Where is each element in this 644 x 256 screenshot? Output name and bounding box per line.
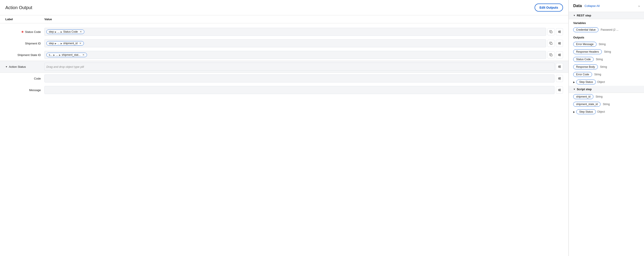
svg-point-30 bbox=[560, 77, 560, 78]
action-status-drag-input[interactable]: Drag and drop object type pill bbox=[44, 63, 554, 71]
script-shipment-id-pill[interactable]: shipment_id bbox=[573, 94, 594, 99]
error-code-type: String bbox=[594, 73, 601, 76]
pill-arrow1: ▶ bbox=[53, 54, 55, 56]
message-row: Message bbox=[0, 84, 568, 96]
code-label: Code bbox=[5, 77, 41, 80]
shipment-id-copy-button[interactable] bbox=[548, 40, 554, 47]
shipment-id-pill-input[interactable]: step ▶ ... ▶ shipment_id ✕ bbox=[44, 39, 546, 47]
response-headers-type: String bbox=[604, 50, 611, 53]
shipment-id-pill[interactable]: step ▶ ... ▶ shipment_id ✕ bbox=[46, 41, 84, 46]
rest-step-status-pill[interactable]: Step Status bbox=[576, 80, 596, 84]
pill-middle: ... bbox=[56, 53, 58, 57]
action-status-picker-button[interactable] bbox=[556, 63, 563, 70]
credential-value-pill[interactable]: Credential Value bbox=[573, 27, 598, 32]
status-code-pill[interactable]: step ▶ ... ▶ Status Code ✕ bbox=[46, 30, 84, 34]
status-code-label: ✱ Status Code bbox=[5, 30, 41, 34]
script-step-status-pill[interactable]: Step Status bbox=[576, 109, 596, 114]
sidebar-expand-icon[interactable]: › bbox=[638, 4, 640, 8]
rest-step-title: REST step bbox=[577, 14, 591, 17]
drag-drop-placeholder: Drag and drop object type pill bbox=[46, 65, 84, 69]
script-shipment-id-row: shipment_id String bbox=[569, 93, 644, 100]
form-body: ✱ Status Code step ▶ ... ▶ Status Code ✕ bbox=[0, 23, 568, 256]
error-message-row: Error Message String bbox=[569, 41, 644, 48]
picker-icon bbox=[558, 77, 561, 80]
response-body-type: String bbox=[600, 65, 607, 69]
status-code-picker-button[interactable] bbox=[556, 28, 563, 35]
response-headers-pill[interactable]: Response Headers bbox=[573, 49, 602, 54]
status-code-input-wrapper: step ▶ ... ▶ Status Code ✕ bbox=[44, 28, 563, 36]
script-step-title: Script step bbox=[577, 88, 592, 91]
picker-icon bbox=[558, 53, 561, 57]
shipment-state-id-picker-button[interactable] bbox=[556, 51, 563, 59]
rest-step-header[interactable]: ▼ REST step bbox=[569, 12, 644, 19]
pill-arrow2: ▶ bbox=[60, 42, 62, 45]
status-code-output-pill[interactable]: Status Code bbox=[573, 57, 594, 62]
code-picker-button[interactable] bbox=[556, 75, 563, 82]
script-shipment-state-id-pill[interactable]: shipment_state_id bbox=[573, 102, 600, 107]
shipment-state-id-copy-button[interactable] bbox=[548, 51, 554, 59]
picker-icon bbox=[558, 30, 561, 33]
status-code-pill-input[interactable]: step ▶ ... ▶ Status Code ✕ bbox=[44, 28, 546, 36]
response-body-pill[interactable]: Response Body bbox=[573, 65, 598, 69]
svg-point-12 bbox=[558, 43, 560, 44]
svg-point-24 bbox=[560, 66, 560, 67]
credential-value-row: Credential Value Password (2 ... bbox=[569, 26, 644, 34]
right-sidebar: Data Collapse All › ▼ REST step Variable… bbox=[568, 0, 644, 256]
action-output-header: Action Output Edit Outputs bbox=[0, 0, 568, 15]
error-message-pill[interactable]: Error Message bbox=[573, 42, 596, 47]
pill-arrow2: ▶ bbox=[59, 54, 61, 56]
required-indicator: ✱ bbox=[21, 30, 24, 34]
copy-icon bbox=[550, 30, 552, 33]
shipment-id-input-wrapper: step ▶ ... ▶ shipment_id ✕ bbox=[44, 39, 563, 47]
svg-point-37 bbox=[558, 90, 560, 90]
svg-point-25 bbox=[558, 66, 560, 67]
script-shipment-id-type: String bbox=[596, 95, 602, 98]
shipment-state-id-pill-input[interactable]: s... ▶ ... ▶ shipment_stat... ✕ bbox=[44, 51, 546, 59]
pill-middle: ... bbox=[58, 42, 60, 45]
svg-point-19 bbox=[558, 55, 560, 55]
svg-rect-14 bbox=[550, 54, 552, 56]
svg-point-32 bbox=[560, 79, 560, 80]
pill-close-icon[interactable]: ✕ bbox=[80, 30, 82, 33]
collapse-all-button[interactable]: Collapse All bbox=[584, 4, 600, 8]
pill-close-icon[interactable]: ✕ bbox=[82, 53, 84, 57]
pill-prefix: step bbox=[49, 30, 54, 33]
picker-icon bbox=[558, 65, 561, 68]
step-status-expand-icon[interactable]: ▶ bbox=[573, 81, 575, 83]
error-code-pill[interactable]: Error Code bbox=[573, 72, 592, 77]
status-code-copy-button[interactable] bbox=[548, 28, 554, 35]
message-picker-button[interactable] bbox=[556, 86, 563, 94]
svg-point-20 bbox=[560, 55, 560, 56]
pill-arrow1: ▶ bbox=[55, 42, 56, 45]
shipment-id-picker-button[interactable] bbox=[556, 40, 563, 47]
script-step-section: ▼ Script step shipment_id String shipmen… bbox=[569, 86, 644, 116]
shipment-state-id-pill[interactable]: s... ▶ ... ▶ shipment_stat... ✕ bbox=[46, 53, 87, 57]
pill-close-icon[interactable]: ✕ bbox=[79, 42, 82, 45]
code-input[interactable] bbox=[44, 74, 554, 82]
message-input[interactable] bbox=[44, 86, 554, 94]
pill-value: shipment_id bbox=[63, 42, 78, 45]
svg-point-18 bbox=[560, 54, 560, 55]
svg-point-6 bbox=[560, 32, 560, 33]
script-step-status-expand-icon[interactable]: ▶ bbox=[573, 111, 575, 113]
status-code-output-type: String bbox=[596, 58, 603, 61]
page-title: Action Output bbox=[5, 5, 32, 10]
action-status-input-wrapper: Drag and drop object type pill bbox=[44, 63, 563, 71]
status-code-row: ✱ Status Code step ▶ ... ▶ Status Code ✕ bbox=[0, 26, 568, 38]
action-status-section: ▼ Action Status Drag and drop object typ… bbox=[0, 61, 568, 73]
message-label: Message bbox=[5, 88, 41, 92]
error-message-type: String bbox=[599, 43, 606, 46]
script-step-header[interactable]: ▼ Script step bbox=[569, 86, 644, 93]
script-step-status-type: Object bbox=[597, 110, 605, 113]
action-status-toggle[interactable]: ▼ Action Status bbox=[5, 65, 41, 69]
svg-point-11 bbox=[560, 42, 560, 43]
sidebar-body: ▼ REST step Variables Credential Value P… bbox=[569, 12, 644, 256]
code-row: Code bbox=[0, 73, 568, 84]
edit-outputs-button[interactable]: Edit Outputs bbox=[534, 4, 563, 12]
shipment-state-id-label: Shipment State ID bbox=[5, 53, 41, 57]
section-arrow-icon: ▼ bbox=[5, 66, 8, 68]
script-shipment-state-id-type: String bbox=[603, 103, 610, 106]
svg-point-5 bbox=[558, 31, 560, 32]
pill-arrow1: ▶ bbox=[55, 31, 56, 33]
status-code-output-row: Status Code String bbox=[569, 56, 644, 63]
